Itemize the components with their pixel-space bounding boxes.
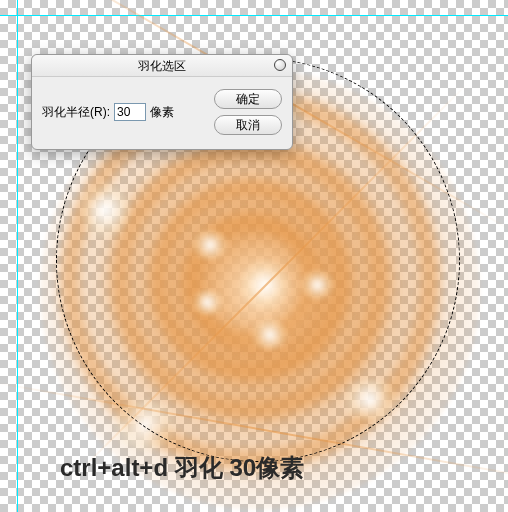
horizontal-guide <box>0 15 508 16</box>
feather-dialog: 羽化选区 羽化半径(R): 像素 确定 取消 <box>31 54 293 150</box>
cancel-button[interactable]: 取消 <box>214 115 282 135</box>
close-icon[interactable] <box>274 59 286 71</box>
vertical-guide <box>17 0 18 512</box>
instruction-caption: ctrl+alt+d 羽化 30像素 <box>60 452 304 484</box>
ok-button[interactable]: 确定 <box>214 89 282 109</box>
radius-input[interactable] <box>114 103 146 121</box>
radius-label: 羽化半径(R): <box>42 104 110 121</box>
dialog-title: 羽化选区 <box>138 59 186 73</box>
unit-label: 像素 <box>150 104 174 121</box>
dialog-titlebar[interactable]: 羽化选区 <box>32 55 292 77</box>
